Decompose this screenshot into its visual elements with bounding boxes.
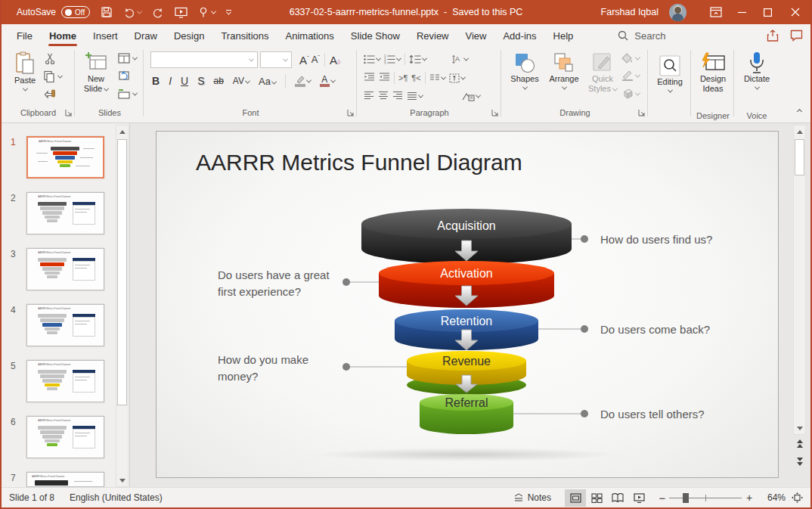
bullets-button[interactable] (364, 54, 380, 64)
justify-button[interactable] (407, 92, 423, 101)
rtl-paragraph-button[interactable]: ¶< (411, 73, 420, 82)
dictate-button[interactable]: Dictate (738, 51, 776, 90)
slide-show-button[interactable] (628, 489, 649, 507)
character-spacing-button[interactable]: AV (233, 76, 249, 86)
design-ideas-button[interactable]: Design Ideas (692, 51, 734, 94)
slide-thumbnail-4[interactable]: 4 AARRR Metrics Funnel Diagram (26, 304, 104, 346)
tab-draw[interactable]: Draw (126, 24, 166, 47)
saved-status[interactable]: Saved to this PC (452, 7, 522, 17)
language-indicator[interactable]: English (United States) (70, 492, 163, 503)
tab-design[interactable]: Design (166, 24, 212, 47)
align-center-button[interactable] (378, 89, 389, 103)
slide-thumbnail-1[interactable]: 1 AARRR Metrics Funnel Diagram (26, 136, 104, 178)
reset-slide-button[interactable] (118, 70, 130, 81)
quick-styles-button[interactable]: Quick Styles (585, 51, 620, 94)
autosave-toggle[interactable]: AutoSave Off (17, 6, 90, 18)
slide-counter[interactable]: Slide 1 of 8 (2, 492, 70, 503)
arrange-button[interactable]: Arrange (544, 51, 584, 90)
slide-thumbnail-3[interactable]: 3 AARRR Metrics Funnel Diagram (26, 248, 104, 290)
text-direction-button[interactable]: A (452, 54, 468, 64)
slide-sorter-view-button[interactable] (586, 489, 607, 507)
tab-transitions[interactable]: Transitions (212, 24, 277, 47)
slide-thumbnail-6[interactable]: 6 AARRR Metrics Funnel Diagram (26, 416, 104, 458)
zoom-slider[interactable] (669, 488, 742, 508)
drawing-dialog-launcher[interactable] (638, 109, 646, 116)
normal-view-button[interactable] (565, 489, 586, 507)
funnel-stage-referral[interactable]: Referral (420, 394, 513, 434)
align-text-button[interactable] (449, 73, 465, 83)
numbering-button[interactable]: 123 (384, 54, 401, 64)
clipboard-dialog-launcher[interactable] (65, 109, 73, 116)
reading-view-button[interactable] (607, 489, 628, 507)
tab-add-ins[interactable]: Add-ins (494, 24, 544, 47)
shapes-button[interactable]: Shapes (507, 51, 543, 90)
zoom-in-button[interactable]: + (742, 489, 757, 507)
paste-button[interactable]: Paste (9, 51, 41, 92)
funnel-diagram[interactable]: Acquisition Activation Retention (157, 132, 779, 479)
decrease-indent-button[interactable] (364, 71, 375, 85)
minimize-button[interactable] (729, 0, 755, 24)
customize-qat-button[interactable] (226, 10, 231, 15)
close-button[interactable] (780, 0, 810, 24)
next-slide-button[interactable] (793, 458, 806, 466)
collapse-ribbon-button[interactable] (798, 103, 801, 116)
callout-first-experience[interactable]: Do users have a greatfirst experience? (218, 267, 330, 300)
shape-outline-button[interactable] (621, 70, 640, 81)
user-avatar[interactable] (669, 4, 686, 21)
strikethrough-button[interactable]: ab (213, 76, 223, 86)
font-color-button[interactable]: A (320, 76, 335, 87)
zoom-out-button[interactable]: − (655, 489, 669, 507)
search-box[interactable]: Search (618, 30, 665, 42)
slide-thumbnail-2[interactable]: 2 AARRR Metrics Funnel Diagram (26, 192, 104, 234)
ltr-paragraph-button[interactable]: >¶ (398, 73, 408, 82)
previous-slide-button[interactable] (793, 439, 806, 448)
new-slide-button[interactable]: New Slide (79, 51, 113, 94)
redo-button[interactable] (152, 6, 164, 18)
editing-button[interactable]: Editing (652, 54, 687, 93)
tab-view[interactable]: View (457, 24, 495, 47)
copy-button[interactable] (43, 70, 62, 82)
callout-come-back[interactable]: Do users come back? (600, 321, 710, 338)
shape-effects-button[interactable] (621, 88, 640, 99)
slide-thumbnail-7[interactable]: 7 AARRR Metrics Funnel Diagram (26, 472, 104, 487)
text-shadow-button[interactable]: S (197, 75, 204, 87)
callout-find-us[interactable]: How do users find us? (600, 231, 712, 248)
maximize-button[interactable] (755, 0, 780, 24)
ribbon-display-options-button[interactable] (703, 0, 729, 24)
font-dialog-launcher[interactable] (347, 109, 355, 116)
change-case-button[interactable]: Aa (259, 76, 276, 87)
decrease-font-size-button[interactable]: Aˇ (311, 54, 320, 65)
save-icon[interactable] (101, 6, 113, 18)
tab-animations[interactable]: Animations (277, 24, 342, 47)
thumbnail-scrollbar[interactable] (116, 125, 129, 487)
notes-button[interactable]: Notes (513, 489, 551, 507)
align-left-button[interactable] (364, 89, 374, 103)
columns-button[interactable] (429, 73, 445, 82)
bold-button[interactable]: B (152, 75, 160, 87)
callout-tell-others[interactable]: Do users tell others? (600, 406, 705, 423)
italic-button[interactable]: I (169, 75, 172, 87)
fit-slide-to-window-button[interactable] (792, 489, 803, 507)
paragraph-dialog-launcher[interactable] (491, 109, 499, 116)
canvas-scrollbar[interactable] (793, 125, 806, 435)
zoom-level[interactable]: 64% (757, 492, 786, 503)
increase-indent-button[interactable] (379, 71, 390, 85)
undo-button[interactable] (123, 6, 141, 18)
section-button[interactable] (118, 88, 137, 99)
slide-layout-button[interactable] (118, 53, 137, 64)
zoom-slider-thumb[interactable] (683, 493, 689, 503)
line-spacing-button[interactable] (409, 54, 426, 64)
slide-canvas[interactable]: AARRR Metrics Funnel Diagram (156, 131, 779, 478)
comments-icon[interactable] (790, 29, 803, 42)
user-name[interactable]: Farshad Iqbal (601, 7, 659, 17)
touch-mode-button[interactable] (198, 7, 215, 18)
tab-slide-show[interactable]: Slide Show (342, 24, 408, 47)
shape-fill-button[interactable] (621, 53, 640, 64)
format-painter-button[interactable] (44, 88, 56, 101)
tab-file[interactable]: File (6, 24, 41, 47)
tab-home[interactable]: Home (41, 24, 85, 47)
tab-insert[interactable]: Insert (85, 24, 126, 47)
highlight-color-button[interactable] (295, 76, 311, 87)
increase-font-size-button[interactable]: Aˆ (299, 54, 309, 67)
underline-button[interactable]: U (181, 75, 188, 87)
